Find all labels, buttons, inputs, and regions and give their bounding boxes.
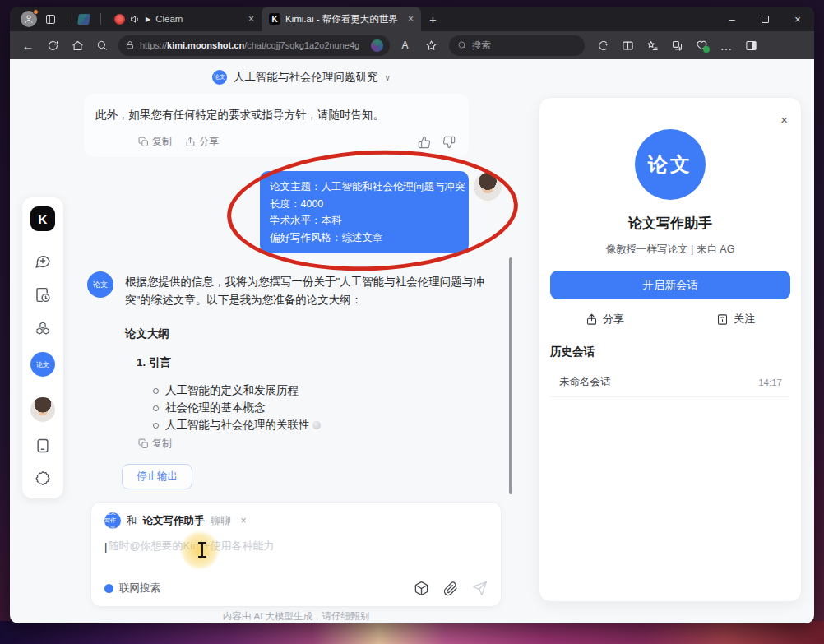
chevron-down-icon: ∨ <box>385 73 391 82</box>
composer-suffix: 聊聊 <box>211 514 231 528</box>
panel-share-button[interactable]: 分享 <box>539 312 670 327</box>
assistant-message: 根据您提供的信息，我将为您撰写一份关于"人工智能与社会伦理问题与冲突"的综述文章… <box>125 273 488 433</box>
profile-avatar-icon <box>21 11 37 27</box>
composer-tool-row: 联网搜索 <box>104 581 488 596</box>
read-aloud-icon[interactable]: A <box>395 35 418 56</box>
left-sidebar: K 论文 <box>22 197 63 498</box>
maximize-button[interactable] <box>748 7 781 31</box>
minimize-button[interactable]: – <box>715 7 748 31</box>
panel-actions: 分享 关注 <box>539 312 801 327</box>
maximize-icon <box>762 16 769 23</box>
extension-icon[interactable] <box>371 39 383 52</box>
conversation-title-dropdown[interactable]: 论文 人工智能与社会伦理问题研究 ∨ <box>212 70 391 85</box>
generating-indicator <box>312 421 321 429</box>
attachment-icon[interactable] <box>443 581 458 596</box>
copy-icon <box>138 438 149 449</box>
browser-window: ▶ Cleam × K Kimi.ai - 帮你看更大的世界 × + – × ← <box>10 7 814 623</box>
lock-icon[interactable] <box>125 40 135 50</box>
remove-assistant-icon[interactable]: × <box>241 515 247 526</box>
panel-follow-button[interactable]: 关注 <box>670 312 801 327</box>
user-avatar[interactable] <box>30 397 55 422</box>
assistant-message-text: 此外，如果您有任何特定的要求或指导方针，请随时告知。 <box>95 106 456 123</box>
favorite-star-icon[interactable] <box>419 35 442 56</box>
kimi-page: 论文 人工智能与社会伦理问题研究 ∨ 此外，如果您有任何特定的要求或指导方针，请… <box>10 59 814 623</box>
rewards-icon[interactable] <box>591 35 614 56</box>
history-item[interactable]: 未命名会话 14:17 <box>550 368 790 397</box>
tab-close-icon[interactable]: × <box>248 13 254 25</box>
ibeam-cursor-icon <box>198 542 206 558</box>
new-chat-icon[interactable] <box>35 253 52 270</box>
composer-assistant-name: 论文写作助手 <box>143 514 205 528</box>
collections-icon[interactable] <box>665 35 688 56</box>
sidebar-panel-icon[interactable] <box>739 35 762 56</box>
pinned-tab[interactable] <box>73 8 95 30</box>
assistant-description: 像教授一样写论文 | 来自 AG <box>539 243 801 257</box>
thumbs-down-icon[interactable] <box>442 136 456 149</box>
favorites-bar-icon[interactable] <box>641 35 664 56</box>
stop-output-button[interactable]: 停止输出 <box>122 464 192 489</box>
web-search-toggle[interactable] <box>104 584 113 593</box>
browser-toolbar: ← https://kimi.moonshot.cn/chat/cqjj7sqk… <box>10 31 814 59</box>
message-input[interactable]: | 随时@你想要的Kimi+使用各种能力 <box>91 529 501 554</box>
kimi-logo[interactable]: K <box>30 206 55 231</box>
history-time: 14:17 <box>758 378 790 387</box>
thumbs-up-icon[interactable] <box>418 136 431 149</box>
toolbar-search-box[interactable]: 搜索 <box>449 35 585 56</box>
settings-menu-icon[interactable]: … <box>715 35 738 56</box>
divider <box>67 13 67 25</box>
history-icon[interactable] <box>35 286 52 303</box>
workspaces-icon[interactable] <box>39 8 61 30</box>
address-bar[interactable]: https://kimi.moonshot.cn/chat/cqjj7sqkg1… <box>118 35 390 56</box>
device-app-icon[interactable] <box>35 438 51 454</box>
tab-kimi[interactable]: K Kimi.ai - 帮你看更大的世界 × <box>262 7 421 31</box>
outline-bullets: 人工智能的定义和发展历程 社会伦理的基本概念 人工智能与社会伦理的关联性 <box>153 382 488 433</box>
tab-title: Cleam <box>155 14 243 24</box>
message-composer[interactable]: 论文写作助手 和 论文写作助手 聊聊 × | 随时@你想要的Kimi+使用各种能… <box>90 502 502 607</box>
refresh-button[interactable] <box>41 35 64 56</box>
feedback-buttons <box>418 136 456 149</box>
composer-tools <box>414 581 488 596</box>
share-button[interactable]: 分享 <box>185 135 219 149</box>
copy-icon <box>138 137 149 147</box>
kimi-plus-apps-icon[interactable] <box>35 320 52 337</box>
copy-button[interactable]: 复制 <box>138 135 172 149</box>
split-screen-icon[interactable] <box>616 35 639 56</box>
cursor-highlight <box>180 530 220 570</box>
profile-button[interactable] <box>18 8 39 30</box>
notification-dot <box>33 9 39 15</box>
badge-seal-icon[interactable] <box>35 470 52 487</box>
browser-essentials-icon[interactable] <box>690 35 713 56</box>
bullet-item: 人工智能与社会伦理的关联性 <box>153 416 488 433</box>
assistant-large-avatar: 论文 <box>635 129 706 200</box>
copy-button[interactable]: 复制 <box>138 437 172 451</box>
tab-media[interactable]: ▶ Cleam × <box>107 7 262 31</box>
window-controls: – × <box>715 7 814 31</box>
message-actions: 复制 分享 <box>138 135 456 149</box>
chat-scrollbar[interactable] <box>509 257 512 494</box>
history-heading: 历史会话 <box>550 345 595 359</box>
search-sidebar-icon[interactable] <box>90 35 113 56</box>
home-button[interactable] <box>66 35 89 56</box>
play-icon: ▶ <box>146 16 150 23</box>
assistant-name: 论文写作助手 <box>539 214 801 233</box>
new-session-button[interactable]: 开启新会话 <box>550 271 790 299</box>
kimi-plus-cube-icon[interactable] <box>414 581 429 596</box>
close-window-button[interactable]: × <box>781 7 814 31</box>
tab-bar: ▶ Cleam × K Kimi.ai - 帮你看更大的世界 × + – × <box>10 7 814 31</box>
follow-icon <box>716 313 729 326</box>
share-icon <box>185 137 196 147</box>
search-placeholder: 搜索 <box>472 39 491 52</box>
new-tab-button[interactable]: + <box>429 12 437 26</box>
media-tab-favicon <box>114 14 125 25</box>
annotation-red-circle <box>225 144 521 276</box>
audio-playing-icon[interactable] <box>130 14 141 25</box>
active-assistant-avatar[interactable]: 论文 <box>30 352 55 377</box>
assistant-mini-avatar: 论文 <box>212 70 227 85</box>
panel-close-icon[interactable]: × <box>780 113 788 127</box>
tab-close-icon[interactable]: × <box>408 13 414 25</box>
search-icon <box>457 40 467 50</box>
send-icon[interactable] <box>472 581 488 596</box>
url-text[interactable]: https://kimi.moonshot.cn/chat/cqjj7sqkg1… <box>140 40 359 50</box>
bullet-item: 社会伦理的基本概念 <box>153 399 488 416</box>
back-button[interactable]: ← <box>16 35 39 56</box>
